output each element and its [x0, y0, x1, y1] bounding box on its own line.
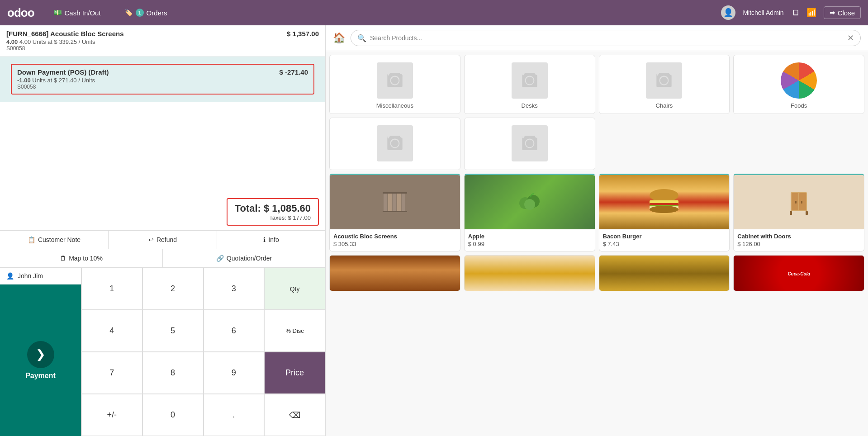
desks-image [512, 62, 548, 99]
price-button[interactable]: Price [264, 352, 325, 394]
order-line-1[interactable]: [FURN_6666] Acoustic Bloc Screens $ 1,35… [0, 25, 325, 57]
product-burger2[interactable] [329, 255, 460, 291]
info-button[interactable]: ℹ Info [217, 231, 325, 249]
refund-icon: ↩ [148, 236, 154, 243]
order-line-1-so: S00058 [6, 45, 319, 52]
info-icon: ℹ [263, 236, 266, 243]
customer-info[interactable]: 👤 John Jim [0, 268, 81, 284]
clear-search-button[interactable]: ✕ [847, 33, 854, 43]
num-6-button[interactable]: 6 [204, 310, 265, 352]
cabinet-name: Cabinet with Doors [737, 233, 860, 240]
burger-info: Bacon Burger $ 7.43 [599, 229, 730, 251]
svg-rect-21 [795, 201, 797, 204]
svg-rect-7 [383, 192, 407, 194]
order-line-1-name: [FURN_6666] Acoustic Bloc Screens [6, 30, 124, 38]
svg-rect-24 [806, 211, 808, 215]
order-line-2[interactable]: Down Payment (POS) (Draft) $ -271.40 -1.… [0, 57, 325, 102]
monitor-icon[interactable]: 🖥 [791, 8, 799, 18]
num-0-button[interactable]: 0 [142, 394, 204, 436]
action-buttons: 📋 Customer Note ↩ Refund ℹ Info [0, 230, 325, 249]
num-4-button[interactable]: 4 [81, 310, 142, 352]
burger-price: $ 7.43 [603, 241, 726, 247]
down-payment-name: Down Payment (POS) (Draft) [17, 68, 109, 76]
main-area: [FURN_6666] Acoustic Bloc Screens $ 1,35… [0, 25, 868, 436]
cash-in-out-nav[interactable]: 💵 Cash In/Out [49, 6, 105, 19]
num-plusminus-button[interactable]: +/- [81, 394, 142, 436]
payment-arrow-icon: ❯ [27, 341, 54, 368]
foods-image [781, 62, 817, 99]
avatar: 👤 [721, 5, 735, 20]
num-3-button[interactable]: 3 [204, 268, 265, 310]
extra-1-image [377, 125, 413, 161]
orders-badge: 1 [136, 9, 144, 17]
num-2-button[interactable]: 2 [142, 268, 204, 310]
left-panel: [FURN_6666] Acoustic Bloc Screens $ 1,35… [0, 25, 326, 436]
extra-buttons: 🗒 Map to 10% 🔗 Quotation/Order [0, 249, 325, 268]
coca-image: Coca-Cola [734, 256, 864, 291]
customer-section: 👤 John Jim ❯ Payment [0, 268, 81, 436]
down-payment-box: Down Payment (POS) (Draft) $ -271.40 -1.… [11, 64, 314, 95]
odoo-logo: odoo [7, 6, 34, 20]
apple-name: Apple [468, 233, 591, 240]
backspace-button[interactable]: ⌫ [264, 394, 325, 436]
num-7-button[interactable]: 7 [81, 352, 142, 394]
num-8-button[interactable]: 8 [142, 352, 204, 394]
qty-button[interactable]: Qty [264, 268, 325, 310]
search-input[interactable] [370, 34, 844, 42]
category-extra-2[interactable] [464, 118, 595, 170]
product-coca[interactable]: Coca-Cola [733, 255, 864, 291]
svg-rect-19 [792, 193, 798, 210]
orders-nav[interactable]: 🏷️ 1 Orders [120, 6, 172, 19]
miscellaneous-label: Miscellaneous [376, 102, 413, 109]
svg-rect-2 [384, 193, 387, 211]
order-lines: [FURN_6666] Acoustic Bloc Screens $ 1,35… [0, 25, 325, 194]
refund-button[interactable]: ↩ Refund [109, 231, 217, 249]
category-miscellaneous[interactable]: + Miscellaneous [329, 55, 460, 114]
extra-2-image [512, 125, 548, 161]
search-icon: 🔍 [357, 34, 366, 43]
product-bread[interactable] [599, 255, 730, 291]
burger-name: Bacon Burger [603, 233, 726, 240]
quotation-button[interactable]: 🔗 Quotation/Order [163, 249, 325, 267]
customer-note-button[interactable]: 📋 Customer Note [0, 231, 109, 249]
bread-image [599, 256, 730, 291]
svg-rect-20 [799, 193, 806, 210]
svg-rect-5 [397, 193, 401, 211]
close-button[interactable]: ➡ Close [824, 6, 861, 19]
apple-info: Apple $ 0.99 [465, 229, 595, 251]
category-foods[interactable]: Foods [733, 55, 864, 114]
num-5-button[interactable]: 5 [142, 310, 204, 352]
product-acoustic[interactable]: Acoustic Bloc Screens $ 305.33 [329, 174, 460, 251]
home-button[interactable]: 🏠 [333, 32, 345, 44]
num-1-button[interactable]: 1 [81, 268, 142, 310]
map-10-button[interactable]: 🗒 Map to 10% [0, 249, 163, 267]
category-desks[interactable]: Desks [464, 55, 595, 114]
chairs-label: Chairs [656, 102, 673, 109]
map-icon: 🗒 [60, 255, 66, 262]
numpad-row-1: 1 2 3 Qty [81, 268, 325, 310]
right-topbar: 🏠 🔍 ✕ [326, 25, 868, 51]
disc-button[interactable]: % Disc [264, 310, 325, 352]
miscellaneous-image: + [377, 62, 413, 99]
apple-price: $ 0.99 [468, 241, 591, 247]
acoustic-name: Acoustic Bloc Screens [333, 233, 456, 240]
cabinet-info: Cabinet with Doors $ 126.00 [734, 229, 864, 251]
wifi-icon: 📶 [806, 8, 816, 18]
payment-label: Payment [25, 372, 56, 380]
apple-image [465, 175, 595, 229]
foods-label: Foods [791, 102, 807, 109]
num-dot-button[interactable]: . [204, 394, 265, 436]
num-9-button[interactable]: 9 [204, 352, 265, 394]
order-line-1-detail: 4.00 4.00 Units at $ 339.25 / Units [6, 38, 319, 45]
product-bacon-burger[interactable]: Bacon Burger $ 7.43 [599, 174, 730, 251]
category-chairs[interactable]: Chairs [599, 55, 730, 114]
product-sandwich[interactable] [464, 255, 595, 291]
product-cabinet[interactable]: Cabinet with Doors $ 126.00 [733, 174, 864, 251]
down-payment-price: $ -271.40 [280, 68, 308, 76]
product-apple[interactable]: Apple $ 0.99 [464, 174, 595, 251]
svg-rect-22 [801, 201, 802, 204]
numpad-grid: 1 2 3 Qty 4 5 6 % Disc 7 8 9 Price [81, 268, 325, 436]
category-extra-1[interactable] [329, 118, 460, 170]
numpad-row-3: 7 8 9 Price [81, 352, 325, 394]
payment-button[interactable]: ❯ Payment [0, 284, 81, 436]
